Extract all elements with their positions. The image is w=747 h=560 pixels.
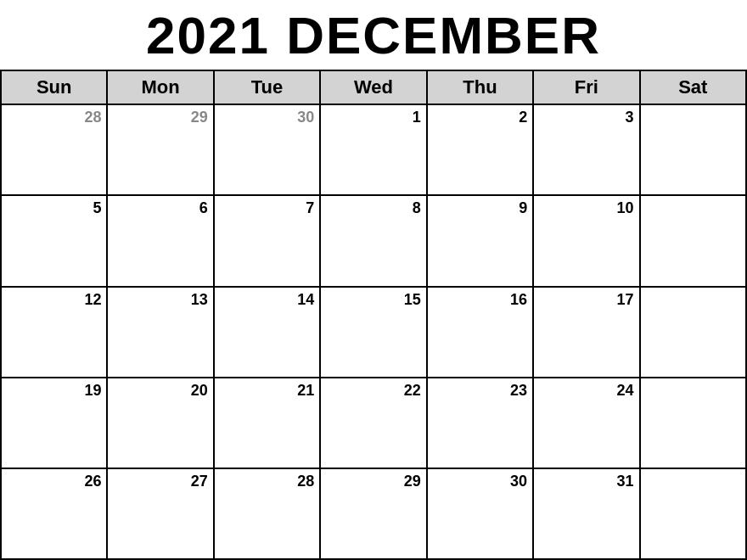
day-cell: 29 <box>108 105 214 194</box>
day-cell: 15 <box>321 288 427 377</box>
day-cell: 5 <box>2 196 108 285</box>
day-number: 16 <box>510 291 527 309</box>
day-number: 3 <box>626 109 634 126</box>
day-number: 13 <box>191 291 208 309</box>
day-cell: 30 <box>428 469 534 558</box>
day-cell: 28 <box>215 469 321 558</box>
day-number: 26 <box>84 473 101 490</box>
day-number: 10 <box>617 199 634 217</box>
day-number: 27 <box>191 473 208 490</box>
weeks-container: 2829301235678910121314151617192021222324… <box>2 105 747 560</box>
day-cell: 6 <box>108 196 214 285</box>
day-number: 28 <box>84 109 101 126</box>
day-cell <box>641 469 747 558</box>
week-row-1: 5678910 <box>2 196 747 287</box>
day-number: 12 <box>84 291 101 309</box>
day-cell: 24 <box>534 378 640 468</box>
day-cell: 1 <box>321 105 427 194</box>
day-number: 30 <box>297 109 314 126</box>
day-header-sat: Sat <box>641 71 747 105</box>
day-cell: 19 <box>2 378 108 468</box>
day-number: 15 <box>404 291 421 309</box>
day-number: 8 <box>413 199 421 217</box>
week-row-2: 121314151617 <box>2 288 747 378</box>
calendar-title: 2021 DECEMBER <box>0 0 747 70</box>
day-cell: 31 <box>534 469 640 558</box>
day-number: 14 <box>297 291 314 309</box>
day-cell: 9 <box>428 196 534 285</box>
day-number: 31 <box>617 473 634 490</box>
day-header-fri: Fri <box>534 71 640 105</box>
day-cell: 30 <box>215 105 321 194</box>
calendar-grid: SunMonTueWedThuFriSat 282930123567891012… <box>0 70 747 560</box>
week-row-4: 262728293031 <box>2 469 747 560</box>
day-headers-row: SunMonTueWedThuFriSat <box>2 71 747 105</box>
day-number: 2 <box>519 109 527 126</box>
day-cell: 21 <box>215 378 321 468</box>
day-cell: 14 <box>215 288 321 377</box>
day-number: 1 <box>413 109 421 126</box>
day-number: 7 <box>306 199 314 217</box>
day-number: 17 <box>617 291 634 309</box>
day-number: 21 <box>297 382 314 400</box>
day-number: 22 <box>404 382 421 400</box>
day-cell: 26 <box>2 469 108 558</box>
day-cell: 17 <box>534 288 640 377</box>
day-number: 24 <box>617 382 634 400</box>
day-cell: 23 <box>428 378 534 468</box>
day-cell: 13 <box>108 288 214 377</box>
day-cell <box>641 196 747 285</box>
day-cell <box>641 378 747 468</box>
day-header-mon: Mon <box>108 71 214 105</box>
day-cell: 12 <box>2 288 108 377</box>
day-number: 6 <box>199 199 208 217</box>
day-number: 20 <box>191 382 208 400</box>
week-row-0: 282930123 <box>2 105 747 196</box>
day-number: 30 <box>510 473 527 490</box>
day-cell: 3 <box>534 105 640 194</box>
day-cell: 10 <box>534 196 640 285</box>
day-number: 28 <box>297 473 314 490</box>
calendar-container: 2021 DECEMBER SunMonTueWedThuFriSat 2829… <box>0 0 747 560</box>
day-cell: 2 <box>428 105 534 194</box>
day-header-tue: Tue <box>215 71 321 105</box>
day-cell: 16 <box>428 288 534 377</box>
day-cell: 29 <box>321 469 427 558</box>
day-header-wed: Wed <box>321 71 427 105</box>
day-number: 5 <box>93 199 101 217</box>
day-cell <box>641 288 747 377</box>
day-cell: 27 <box>108 469 214 558</box>
day-header-thu: Thu <box>428 71 534 105</box>
day-number: 9 <box>519 199 527 217</box>
day-cell: 22 <box>321 378 427 468</box>
day-cell: 8 <box>321 196 427 285</box>
day-cell <box>641 105 747 194</box>
day-cell: 20 <box>108 378 214 468</box>
day-number: 23 <box>510 382 527 400</box>
day-number: 29 <box>191 109 208 126</box>
day-cell: 28 <box>2 105 108 194</box>
day-number: 29 <box>404 473 421 490</box>
week-row-3: 192021222324 <box>2 378 747 469</box>
day-header-sun: Sun <box>2 71 108 105</box>
day-cell: 7 <box>215 196 321 285</box>
day-number: 19 <box>84 382 101 400</box>
